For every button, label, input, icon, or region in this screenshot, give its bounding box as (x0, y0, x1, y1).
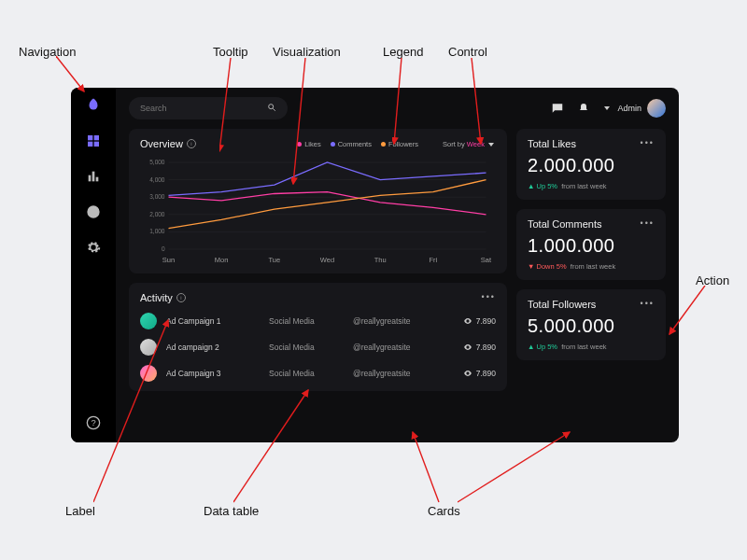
campaign-type: Social Media (269, 316, 344, 326)
campaign-name: Ad Campaign 3 (166, 369, 260, 378)
activity-more-button[interactable]: ••• (482, 292, 496, 301)
search-input[interactable] (140, 104, 267, 113)
svg-text:Sun: Sun (162, 256, 175, 264)
annotation-datatable: Data table (204, 504, 259, 518)
eye-icon (463, 316, 472, 326)
campaign-views: 7.890 (463, 343, 496, 352)
svg-rect-6 (96, 177, 99, 182)
stat-card-followers: ••• Total Followers 5.000.000 ▲ Up 5% fr… (516, 289, 666, 360)
annotation-control: Control (448, 45, 487, 59)
campaign-type: Social Media (269, 343, 344, 352)
svg-line-10 (273, 108, 275, 111)
svg-text:Tue: Tue (269, 256, 281, 264)
nav-analytics[interactable] (83, 166, 104, 187)
campaign-handle: @reallygreatsite (353, 369, 446, 378)
stat-title: Total Followers (528, 299, 655, 310)
stat-more-button[interactable]: ••• (641, 138, 655, 147)
svg-text:Fri: Fri (429, 256, 437, 264)
svg-line-39 (458, 432, 570, 502)
annotation-label: Label (65, 504, 95, 518)
svg-line-36 (93, 320, 168, 502)
svg-text:Mon: Mon (215, 256, 229, 264)
svg-point-9 (269, 105, 274, 109)
campaign-views: 7.890 (463, 369, 496, 378)
stat-card-likes: ••• Total Likes 2.000.000 ▲ Up 5% from l… (516, 129, 666, 200)
campaign-handle: @reallygreatsite (353, 316, 446, 326)
nav-dashboard[interactable] (83, 131, 104, 151)
stat-title: Total Comments (528, 218, 655, 230)
stat-delta: ▲ Up 5% from last week (528, 182, 655, 190)
nav-reports[interactable] (83, 202, 104, 222)
svg-rect-5 (92, 172, 95, 182)
stat-delta: ▲ Up 5% from last week (528, 343, 655, 351)
svg-rect-1 (94, 135, 99, 140)
search-box[interactable] (129, 97, 288, 119)
svg-line-32 (293, 58, 305, 184)
eye-icon (463, 343, 472, 352)
stat-value: 2.000.000 (528, 155, 655, 176)
avatar (647, 99, 666, 118)
campaign-views: 7.890 (463, 316, 496, 326)
svg-text:Wed: Wed (320, 256, 334, 264)
legend-comments: Comments (331, 140, 372, 148)
svg-line-33 (394, 58, 402, 144)
svg-line-34 (472, 58, 481, 144)
annotation-legend: Legend (383, 45, 423, 59)
svg-text:0: 0 (162, 245, 165, 252)
info-icon[interactable]: i (187, 139, 196, 148)
svg-text:4,000: 4,000 (149, 176, 165, 183)
annotation-tooltip: Tooltip (213, 45, 248, 59)
annotation-cards: Cards (428, 504, 460, 518)
eye-icon (463, 369, 472, 378)
svg-line-35 (669, 286, 705, 334)
stat-delta: ▼ Down 5% from last week (528, 262, 655, 271)
svg-rect-4 (89, 175, 92, 182)
svg-line-37 (233, 390, 308, 502)
svg-rect-3 (94, 142, 99, 147)
svg-text:Sat: Sat (481, 256, 492, 264)
stat-more-button[interactable]: ••• (641, 299, 655, 308)
svg-text:3,000: 3,000 (149, 193, 165, 200)
svg-line-31 (219, 58, 231, 151)
campaign-type: Social Media (269, 369, 344, 378)
admin-menu[interactable]: Admin (602, 99, 666, 118)
stat-card-comments: ••• Total Comments 1.000.000 ▼ Down 5% f… (516, 209, 666, 280)
svg-line-38 (413, 432, 439, 502)
campaign-name: Ad campaign 2 (166, 343, 260, 352)
activity-card: Activity i ••• Ad Campaign 1 Social Medi… (129, 283, 507, 391)
overview-title: Overview i (140, 138, 196, 149)
info-icon[interactable]: i (176, 293, 186, 302)
table-row[interactable]: Ad Campaign 3 Social Media @reallygreats… (140, 365, 496, 382)
svg-text:2,000: 2,000 (149, 211, 165, 217)
admin-label: Admin (617, 104, 641, 113)
svg-text:Thu: Thu (374, 256, 387, 264)
stat-more-button[interactable]: ••• (641, 218, 655, 228)
stat-value: 1.000.000 (528, 235, 655, 257)
svg-text:1,000: 1,000 (149, 228, 165, 234)
svg-rect-2 (88, 142, 92, 147)
svg-line-30 (56, 56, 84, 91)
svg-text:5,000: 5,000 (149, 159, 165, 165)
activity-table: Ad Campaign 1 Social Media @reallygreats… (140, 313, 496, 382)
notifications-icon[interactable] (576, 101, 591, 116)
stat-value: 5.000.000 (528, 315, 655, 337)
table-row[interactable]: Ad Campaign 1 Social Media @reallygreats… (140, 313, 496, 329)
campaign-handle: @reallygreatsite (353, 343, 446, 352)
table-row[interactable]: Ad campaign 2 Social Media @reallygreats… (140, 339, 496, 356)
annotation-visualization: Visualization (273, 45, 341, 59)
nav-settings[interactable] (83, 237, 104, 258)
messages-icon[interactable] (550, 101, 565, 116)
search-icon (267, 103, 276, 114)
stat-title: Total Likes (528, 138, 655, 149)
activity-title: Activity i (140, 292, 496, 303)
svg-rect-0 (88, 135, 92, 140)
chevron-down-icon (604, 106, 610, 110)
campaign-name: Ad Campaign 1 (166, 316, 260, 326)
